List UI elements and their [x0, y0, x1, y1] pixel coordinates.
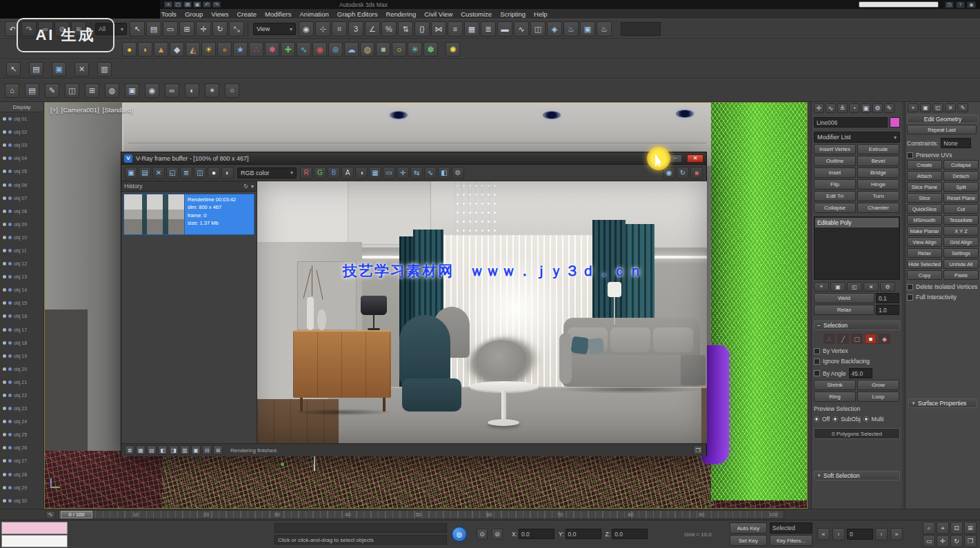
poly-tool-button[interactable]: Chamfer [857, 203, 899, 213]
region-render-icon[interactable]: ▭ [383, 167, 395, 179]
edit-geometry-button[interactable]: QuickSlice [907, 204, 942, 214]
isolate-selection-toggle[interactable]: ⊙ [477, 529, 488, 540]
poly-tool-button[interactable]: Extrude [857, 144, 899, 154]
zoom-icon[interactable]: ⌕ [923, 522, 935, 534]
flower-shape-icon[interactable]: ✱ [265, 42, 279, 57]
tab-motion[interactable]: ◔ [849, 103, 859, 113]
viewport-label-segment[interactable]: [Standard] [103, 106, 133, 114]
key-filters-button[interactable]: Key Filters... [770, 535, 812, 546]
set-key-button[interactable]: Set Key [730, 535, 767, 546]
list-icon[interactable]: ▤ [25, 83, 39, 98]
redo-icon[interactable]: ↷ [212, 1, 221, 8]
select-arrow-icon[interactable]: ↖ [6, 62, 21, 77]
time-ruler[interactable]: 0102030405060708090100 0 / 100 [59, 510, 784, 519]
poly-tool-button[interactable]: Bridge [857, 168, 899, 178]
render-last-icon[interactable]: ↻ [677, 167, 689, 179]
edit-geometry-button[interactable]: Split [943, 182, 979, 192]
scene-object-row[interactable]: obj 29 [0, 481, 43, 494]
selection-rollout-header[interactable]: − Selection [814, 321, 900, 330]
color-correction-icon[interactable]: ◧ [438, 167, 450, 179]
scene-object-row[interactable]: obj 18 [0, 336, 43, 349]
white-point-icon[interactable]: ● [208, 167, 220, 179]
sun-shape-icon[interactable]: ☀ [201, 42, 216, 57]
monitor-icon[interactable]: ▣ [125, 83, 139, 98]
save-icon[interactable]: ▣ [193, 1, 201, 8]
stop-render-icon[interactable]: ■ [690, 167, 703, 179]
go-to-start-icon[interactable]: « [817, 528, 830, 540]
help-icon[interactable]: ? [956, 1, 965, 8]
scene-object-row[interactable]: obj 26 [0, 441, 43, 454]
track-mouse-icon[interactable]: ✛ [397, 167, 409, 179]
half-right-icon[interactable]: ◨ [169, 445, 179, 455]
gear-shape-icon[interactable]: ⊛ [328, 42, 343, 57]
edit-geometry-button[interactable]: MSmooth [907, 215, 942, 225]
ring-shape-icon[interactable]: ○ [392, 42, 406, 57]
edit-geometry-button[interactable]: Relax [907, 248, 942, 258]
selection-button[interactable]: Ring [814, 392, 856, 402]
half-left-icon[interactable]: ◧ [158, 445, 168, 455]
grid-icon[interactable]: ▦ [136, 445, 146, 455]
edit-geometry-button[interactable]: Make Planar [907, 226, 942, 236]
scene-object-row[interactable]: obj 25 [0, 428, 43, 441]
gem-shape-icon[interactable]: ◆ [170, 42, 184, 57]
vfb-titlebar[interactable]: V V-Ray frame buffer - [100% of 800 x 46… [121, 152, 706, 165]
monochrome-icon[interactable]: ◑ [355, 167, 368, 179]
scene-object-row[interactable]: obj 17 [0, 323, 43, 336]
stack-entry-editable-poly[interactable]: Editable Poly [815, 218, 899, 227]
edit-geometry-button[interactable]: Detach [943, 171, 979, 181]
preview-radio[interactable] [832, 416, 838, 422]
align-icon[interactable]: ≡ [448, 21, 463, 37]
half-tone-icon[interactable]: ◐ [221, 167, 234, 179]
maximize-viewport-icon[interactable]: ❒ [964, 535, 977, 547]
poly-tool-button[interactable]: Collapse [814, 203, 856, 213]
poly-tool-button[interactable]: Inset [814, 168, 856, 178]
sphere-shape-icon[interactable]: ● [217, 42, 232, 57]
soft-selection-rollout-header[interactable]: + Soft Selection [814, 471, 900, 480]
zoom-out-icon[interactable]: ⊟ [202, 445, 212, 455]
scene-object-row[interactable]: obj 02 [0, 125, 43, 139]
window-icon[interactable]: ◫ [65, 83, 79, 98]
menu-item[interactable]: Help [530, 10, 552, 18]
menu-item[interactable]: Animation [296, 10, 333, 18]
save-image-icon[interactable]: ▣ [125, 167, 137, 179]
edit-geometry-title[interactable]: Edit Geometry [907, 114, 979, 123]
grid-icon[interactable]: ⊞ [85, 83, 99, 98]
select-object-icon[interactable]: ↖ [130, 21, 145, 37]
display-monitor-icon[interactable]: ▣ [52, 62, 66, 77]
percent-snap-icon[interactable]: % [381, 21, 397, 37]
named-sets-icon[interactable]: {} [414, 21, 430, 37]
pyramid-shape-icon[interactable]: ◭ [186, 42, 200, 57]
edit-geometry-button[interactable]: Grid Align [943, 237, 979, 247]
pen-icon[interactable]: ✎ [45, 83, 59, 98]
selected-set-dropdown[interactable]: Selected [770, 522, 812, 534]
keyboard-override-icon[interactable]: ⌗ [332, 21, 347, 37]
scene-object-row[interactable]: obj 06 [0, 178, 43, 191]
scene-object-row[interactable]: obj 21 [0, 376, 43, 389]
history-entry-selected[interactable]: Rendertime 00:03:42dim: 800 x 467frame: … [123, 194, 254, 235]
orbit-icon[interactable]: ↻ [950, 535, 963, 547]
by-vertex-checkbox[interactable]: By Vertex [814, 347, 900, 354]
refresh-icon[interactable]: ↻ [243, 183, 248, 190]
tab-hierarchy[interactable]: ≙ [837, 103, 848, 113]
vertex-icon[interactable]: ∴ [823, 334, 835, 344]
star-icon[interactable]: ✶ [205, 83, 219, 98]
star-shape-icon[interactable]: ★ [233, 42, 248, 57]
link-icon[interactable]: ∞ [165, 83, 179, 98]
ball-shape-icon[interactable]: ◉ [312, 42, 327, 57]
selection-button[interactable]: Shrink [814, 380, 856, 390]
drop-shape-icon[interactable]: ◍ [360, 42, 374, 57]
scene-object-row[interactable]: obj 14 [0, 283, 43, 296]
spinner-snap-icon[interactable]: ⇅ [398, 21, 413, 37]
background-icon[interactable]: ▦ [369, 167, 381, 179]
menu-item[interactable]: Rendering [381, 10, 420, 18]
edit-geometry-checkbox[interactable]: Full Interactivity [907, 294, 979, 301]
layers-icon[interactable]: ≣ [125, 445, 134, 455]
value-field[interactable]: 0.1 [876, 293, 899, 303]
edit-geometry-button[interactable]: Collapse [943, 160, 979, 170]
edit-geometry-button[interactable]: Slice [907, 193, 942, 203]
red-channel-icon[interactable]: R [300, 167, 312, 179]
vfb-settings-icon[interactable]: ⚙ [452, 167, 464, 179]
menu-item[interactable]: Views [207, 10, 232, 18]
undo-icon[interactable]: ↶ [203, 1, 211, 8]
workspace-icon[interactable]: ◳ [945, 1, 954, 8]
